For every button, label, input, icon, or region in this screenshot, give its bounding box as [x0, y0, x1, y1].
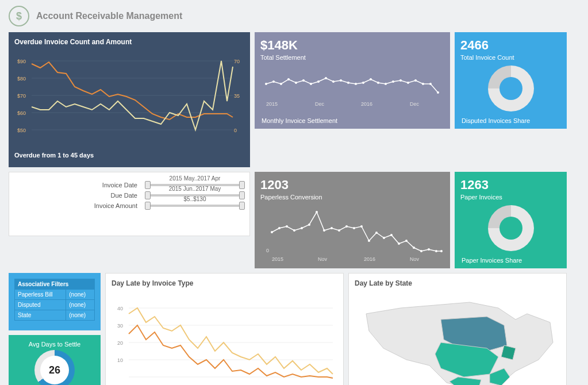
svg-point-31: [399, 79, 402, 82]
svg-point-30: [392, 80, 394, 83]
svg-text:$50: $50: [17, 128, 26, 133]
svg-point-13: [265, 83, 267, 85]
page-title: Account Receivable Management: [36, 11, 182, 21]
paper-footer: Paper Invoices Share: [462, 257, 522, 264]
svg-point-21: [325, 77, 327, 79]
svg-point-65: [413, 247, 415, 249]
amount-slider[interactable]: $5..$130: [146, 205, 244, 207]
svg-point-51: [308, 224, 310, 226]
paper-invoice-panel: 1263 Paper Invoices Paper Invoices Share: [455, 172, 567, 268]
settlement-panel: $148K Total Settlement 2015 Dec 2016 Dec…: [255, 32, 450, 129]
avg-days-panel: Avg Days to Settle 26: [9, 335, 101, 385]
paper-donut[interactable]: [488, 205, 534, 251]
svg-text:70: 70: [234, 59, 240, 64]
svg-point-34: [422, 83, 424, 85]
paperless-chart[interactable]: 0 2015 Nov 2016 Nov: [260, 201, 444, 264]
day-late-state-title: Day Late by State: [355, 279, 560, 287]
svg-point-49: [293, 229, 295, 232]
day-late-state-panel: Day Late by State: [348, 273, 567, 385]
svg-text:$70: $70: [17, 93, 26, 99]
svg-point-54: [330, 227, 333, 229]
svg-point-50: [301, 227, 303, 229]
svg-point-66: [420, 250, 422, 252]
svg-point-55: [338, 229, 340, 232]
svg-point-48: [286, 225, 288, 228]
assoc-table[interactable]: Associative Filters Paperless Bill(none)…: [14, 279, 95, 321]
day-late-type-chart[interactable]: 4030 2010: [112, 291, 339, 385]
svg-point-63: [398, 242, 400, 245]
day-late-type-title: Day Late by Invoice Type: [112, 279, 337, 287]
overdue-caption: Overdue from 1 to 45 days: [14, 152, 244, 159]
svg-text:0: 0: [234, 128, 237, 133]
svg-text:Dec: Dec: [410, 101, 420, 107]
svg-point-22: [332, 80, 335, 83]
svg-text:2016: 2016: [361, 101, 372, 107]
day-late-type-panel: Day Late by Invoice Type 4030 2010 ↓↑ El…: [105, 273, 344, 385]
filters-panel: Invoice Date 2015 May..2017 Apr Due Date…: [9, 172, 250, 236]
svg-point-28: [377, 82, 379, 84]
overdue-title: Overdue Invoice Count and Amount: [14, 38, 244, 46]
svg-text:$60: $60: [17, 110, 26, 116]
day-late-state-map[interactable]: [355, 291, 562, 385]
svg-text:0: 0: [266, 248, 269, 253]
filter-invoice-date-label: Invoice Date: [74, 182, 137, 188]
disputed-donut[interactable]: [488, 66, 534, 111]
settlement-footer: Monthly Invoice Settlement: [262, 117, 337, 124]
total-invoice-value: 2466: [460, 38, 561, 53]
svg-point-25: [355, 83, 357, 85]
svg-point-69: [440, 250, 443, 252]
paper-invoice-label: Paper Invoices: [460, 194, 561, 201]
assoc-filters-panel: Associative Filters Paperless Bill(none)…: [9, 273, 101, 330]
svg-text:$90: $90: [17, 59, 26, 64]
paper-invoice-value: 1263: [460, 178, 561, 192]
overdue-panel: Overdue Invoice Count and Amount $90 $80…: [9, 32, 250, 167]
svg-point-32: [407, 82, 409, 84]
svg-point-33: [414, 79, 417, 82]
svg-text:2015: 2015: [272, 256, 283, 262]
svg-point-19: [310, 83, 312, 85]
svg-point-47: [278, 227, 280, 229]
paperless-panel: 1203 Paperless Conversion 0 2015 Nov 201…: [255, 172, 450, 268]
logo-icon: $: [9, 6, 29, 26]
svg-point-35: [429, 83, 432, 85]
disputed-footer: Disputed Invoices Share: [462, 117, 530, 124]
svg-point-23: [340, 79, 342, 82]
svg-text:$80: $80: [17, 76, 26, 82]
svg-text:30: 30: [117, 323, 123, 329]
svg-point-58: [360, 225, 363, 228]
svg-point-18: [302, 79, 305, 82]
avg-days-title: Avg Days to Settle: [13, 341, 96, 348]
svg-point-57: [353, 227, 355, 229]
assoc-title: Associative Filters: [15, 279, 95, 290]
svg-point-62: [390, 234, 393, 236]
svg-point-52: [316, 211, 318, 213]
avg-days-gauge[interactable]: 26: [34, 350, 75, 385]
svg-text:2015: 2015: [266, 101, 278, 107]
svg-text:20: 20: [117, 340, 123, 346]
settlement-chart[interactable]: 2015 Dec 2016 Dec: [260, 61, 444, 113]
settlement-value: $148K: [260, 38, 444, 53]
svg-point-17: [295, 82, 297, 84]
svg-text:Dec: Dec: [315, 101, 325, 107]
svg-point-56: [345, 225, 348, 228]
svg-point-27: [370, 78, 372, 80]
overdue-chart[interactable]: $90 $80 $70 $60 $50 70 35 0: [14, 49, 241, 147]
paperless-label: Paperless Conversion: [260, 194, 444, 201]
svg-point-20: [317, 80, 320, 83]
filter-due-date-label: Due Date: [74, 192, 137, 199]
svg-point-24: [347, 82, 349, 84]
svg-text:40: 40: [117, 306, 123, 311]
svg-point-67: [428, 248, 430, 251]
svg-text:10: 10: [117, 357, 123, 363]
paperless-value: 1203: [260, 178, 444, 192]
svg-point-36: [437, 91, 439, 94]
total-invoice-label: Total Invoice Count: [460, 54, 561, 61]
svg-point-60: [375, 232, 378, 234]
svg-point-16: [287, 78, 290, 80]
total-invoice-panel: 2466 Total Invoice Count Disputed Invoic…: [455, 32, 567, 129]
svg-point-61: [383, 237, 385, 239]
svg-point-68: [435, 250, 437, 252]
filter-amount-label: Invoice Amount: [74, 202, 137, 209]
svg-point-59: [368, 240, 370, 242]
svg-point-46: [271, 231, 273, 233]
